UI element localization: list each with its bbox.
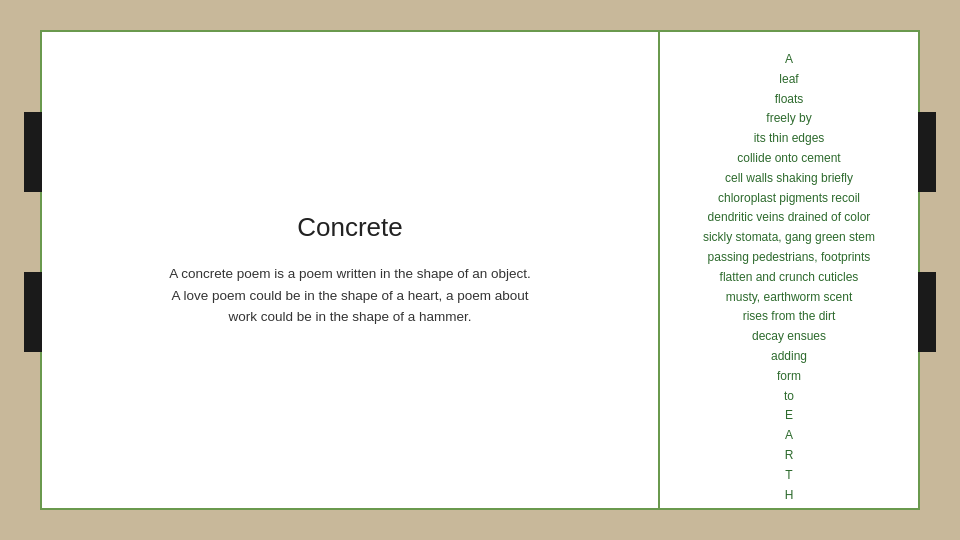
poem-line: H	[703, 486, 875, 506]
poem-line: A	[703, 50, 875, 70]
poem-line: passing pedestrians, footprints	[703, 248, 875, 268]
description-line3: work could be in the shape of a hammer.	[228, 309, 471, 324]
right-panel: Aleaffloatsfreely byits thin edgescollid…	[658, 32, 918, 508]
slide-description: A concrete poem is a poem written in the…	[169, 263, 531, 328]
poem-line: decay ensues	[703, 327, 875, 347]
left-tab-bottom	[24, 272, 42, 352]
poem-line: flatten and crunch cuticles	[703, 268, 875, 288]
poem-line: dendritic veins drained of color	[703, 208, 875, 228]
poem-line: to	[703, 387, 875, 407]
poem-line: T	[703, 466, 875, 486]
poem-line: form	[703, 367, 875, 387]
poem-line: freely by	[703, 109, 875, 129]
left-tab-top	[24, 112, 42, 192]
poem-line: R	[703, 446, 875, 466]
poem-line: rises from the dirt	[703, 307, 875, 327]
slide-container: Concrete A concrete poem is a poem writt…	[40, 30, 920, 510]
poem-line: E	[703, 406, 875, 426]
poem-line: leaf	[703, 70, 875, 90]
poem-line: collide onto cement	[703, 149, 875, 169]
poem-line: floats	[703, 90, 875, 110]
description-line2: A love poem could be in the shape of a h…	[171, 288, 528, 303]
poem-line: its thin edges	[703, 129, 875, 149]
poem-line: A	[703, 426, 875, 446]
description-line1: A concrete poem is a poem written in the…	[169, 266, 531, 281]
poem-line: musty, earthworm scent	[703, 288, 875, 308]
slide-title: Concrete	[297, 212, 403, 243]
poem-text: Aleaffloatsfreely byits thin edgescollid…	[703, 50, 875, 505]
left-panel: Concrete A concrete poem is a poem writt…	[42, 32, 658, 508]
poem-line: sickly stomata, gang green stem	[703, 228, 875, 248]
poem-line: adding	[703, 347, 875, 367]
right-tab-top	[918, 112, 936, 192]
poem-line: cell walls shaking briefly	[703, 169, 875, 189]
right-tab-bottom	[918, 272, 936, 352]
poem-line: chloroplast pigments recoil	[703, 189, 875, 209]
